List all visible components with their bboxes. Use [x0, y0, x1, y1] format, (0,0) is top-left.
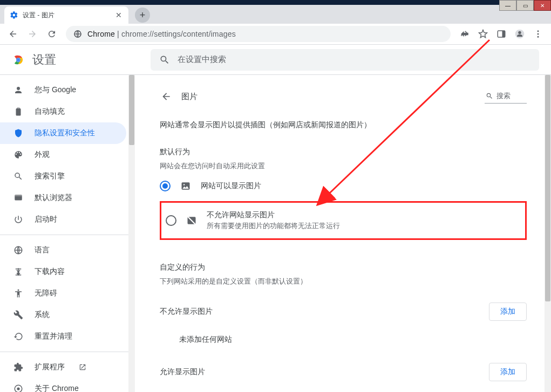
sidebar-item-label: 启动时 [35, 215, 57, 224]
sidebar-item-label: 无障碍 [35, 288, 57, 298]
sidebar-item-autofill[interactable]: 自动填充 [0, 101, 126, 122]
power-icon [13, 215, 24, 224]
sidebar-item-extensions[interactable]: 扩展程序 [0, 356, 126, 378]
window-controls: — ▭ ✕ [499, 0, 551, 11]
sidebar-item-label: 外观 [35, 150, 50, 160]
address-bar[interactable]: Chrome | chrome://settings/content/image… [66, 26, 451, 42]
settings-header: 设置 在设置中搜索 [0, 45, 551, 75]
svg-point-6 [538, 30, 539, 32]
profile-avatar-icon[interactable] [511, 25, 528, 43]
allow-list-title: 允许显示图片 [160, 367, 205, 377]
radio-option-block-images[interactable]: 不允许网站显示图片 所有需要使用图片的功能都将无法正常运行 [166, 203, 521, 238]
radio-button-checked[interactable] [160, 181, 171, 191]
radio-label: 网站可以显示图片 [201, 181, 261, 191]
sidebar-item-on-startup[interactable]: 启动时 [0, 209, 126, 230]
reload-button[interactable] [43, 25, 60, 43]
browser-icon [13, 193, 24, 203]
content-pane: 图片 搜索 网站通常会显示图片以提供插图（例如网店或新闻报道的图片） 默认行为 … [135, 75, 551, 392]
forward-button[interactable] [24, 25, 41, 43]
svg-rect-16 [15, 195, 22, 196]
accessibility-icon [13, 288, 24, 298]
add-block-site-button[interactable]: 添加 [489, 302, 527, 321]
browser-tab[interactable]: 设置 - 图片 ✕ [4, 6, 128, 24]
content-description: 网站通常会显示图片以提供插图（例如网店或新闻报道的图片） [160, 109, 527, 134]
sidebar-item-privacy-security[interactable]: 隐私设置和安全性 [0, 122, 126, 144]
sidebar-item-label: 默认浏览器 [35, 193, 72, 203]
chrome-logo-icon [12, 53, 25, 66]
sidebar-item-label: 语言 [35, 245, 50, 255]
sidebar-item-about[interactable]: 关于 Chrome [0, 378, 126, 392]
content-title: 图片 [181, 92, 198, 102]
sidebar-item-downloads[interactable]: 下载内容 [0, 261, 126, 283]
restore-icon [13, 332, 24, 341]
globe-icon [13, 245, 24, 255]
radio-button-unchecked[interactable] [166, 215, 176, 226]
sidebar-item-appearance[interactable]: 外观 [0, 144, 126, 166]
search-icon [13, 171, 24, 181]
add-allow-site-button[interactable]: 添加 [489, 363, 527, 381]
annotation-highlight-box: 不允许网站显示图片 所有需要使用图片的功能都将无法正常运行 [160, 201, 527, 240]
settings-sidebar: 您与 Google 自动填充 隐私设置和安全性 外观 搜索引擎 默认浏览器 启动… [0, 75, 135, 392]
more-menu-icon[interactable] [529, 25, 547, 43]
browser-toolbar: Chrome | chrome://settings/content/image… [0, 24, 551, 45]
sidebar-item-label: 关于 Chrome [35, 384, 79, 392]
svg-point-22 [183, 184, 185, 185]
download-icon [13, 267, 24, 277]
content-search-input[interactable]: 搜索 [485, 90, 527, 104]
external-link-icon [79, 363, 86, 371]
svg-point-14 [17, 58, 20, 61]
window-minimize-button[interactable]: — [499, 0, 516, 11]
person-icon [13, 85, 24, 95]
custom-behavior-subtext: 下列网站采用的是自定义设置（而非默认设置） [160, 272, 527, 288]
default-behavior-subtext: 网站会在您访问时自动采用此设置 [160, 157, 527, 173]
svg-point-7 [538, 33, 539, 35]
sidebar-scrollbar[interactable] [128, 75, 135, 392]
sidebar-item-system[interactable]: 系统 [0, 304, 126, 326]
search-placeholder: 在设置中搜索 [178, 54, 226, 65]
default-behavior-header: 默认行为 [160, 134, 527, 157]
url-text: Chrome | chrome://settings/content/image… [87, 30, 236, 38]
sidebar-item-search-engine[interactable]: 搜索引擎 [0, 166, 126, 187]
sidebar-item-label: 重置并清理 [35, 332, 72, 341]
sidebar-item-default-browser[interactable]: 默认浏览器 [0, 187, 126, 209]
sidebar-item-label: 扩展程序 [35, 362, 65, 372]
svg-rect-3 [502, 31, 505, 37]
sidebar-item-accessibility[interactable]: 无障碍 [0, 283, 126, 304]
search-icon [159, 54, 170, 65]
content-scrollbar[interactable] [545, 75, 551, 392]
allow-list-empty: 未添加任何网站 [160, 381, 527, 392]
window-titlebar [0, 0, 551, 5]
sidebar-separator [0, 235, 135, 235]
back-button[interactable] [4, 25, 22, 43]
shield-icon [13, 128, 24, 138]
tab-close-button[interactable]: ✕ [114, 10, 123, 20]
window-maximize-button[interactable]: ▭ [516, 0, 534, 11]
content-back-button[interactable] [157, 87, 176, 106]
image-icon [180, 181, 191, 191]
sidebar-item-label: 系统 [35, 310, 50, 320]
radio-label: 不允许网站显示图片 [207, 210, 340, 220]
palette-icon [13, 150, 24, 160]
bookmark-icon[interactable] [474, 25, 492, 43]
side-panel-icon[interactable] [493, 25, 510, 43]
svg-point-8 [538, 36, 539, 38]
settings-search-box[interactable]: 在设置中搜索 [151, 49, 539, 71]
content-search-placeholder: 搜索 [496, 91, 511, 101]
new-tab-button[interactable]: + [135, 8, 150, 23]
svg-point-5 [518, 31, 521, 34]
sidebar-item-label: 自动填充 [35, 107, 65, 116]
sidebar-item-reset[interactable]: 重置并清理 [0, 326, 126, 347]
extension-icon [13, 362, 24, 372]
site-info-icon[interactable] [73, 30, 82, 38]
sidebar-separator [0, 352, 135, 352]
window-close-button[interactable]: ✕ [534, 0, 551, 11]
sidebar-item-language[interactable]: 语言 [0, 239, 126, 261]
gear-icon [10, 11, 18, 19]
sidebar-item-label: 下载内容 [35, 267, 65, 277]
share-icon[interactable] [456, 25, 473, 43]
tab-title: 设置 - 图片 [23, 11, 55, 20]
radio-sublabel: 所有需要使用图片的功能都将无法正常运行 [207, 221, 340, 231]
sidebar-item-you-and-google[interactable]: 您与 Google [0, 79, 126, 101]
wrench-icon [13, 310, 24, 320]
radio-option-allow-images[interactable]: 网站可以显示图片 [160, 173, 527, 199]
